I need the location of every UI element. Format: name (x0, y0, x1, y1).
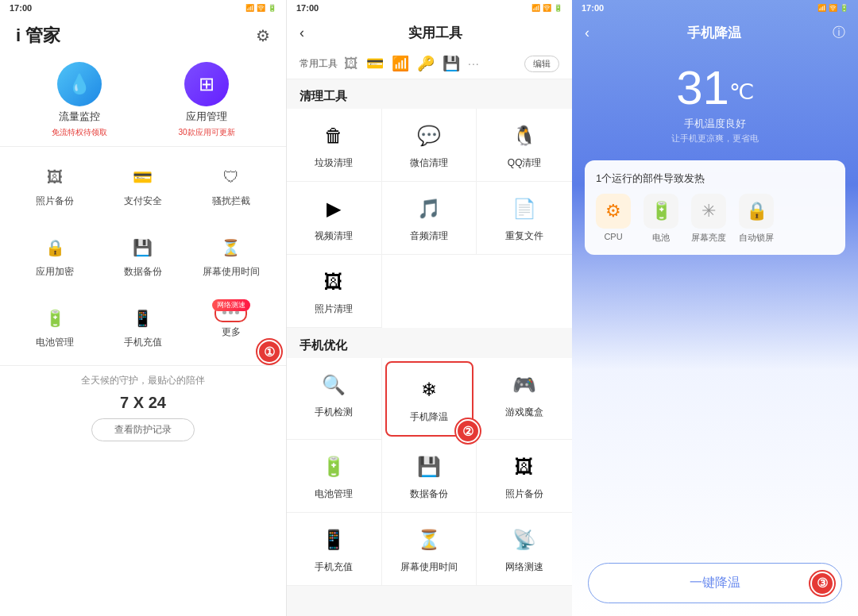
time-2: 17:00 (296, 3, 319, 13)
temp-number: 31 (676, 61, 729, 114)
panel-tools: 17:00 📶 🛜 🔋 ‹ 实用工具 常用工具 🖼 💳 📶 🔑 💾 ··· 编辑… (286, 0, 572, 616)
back-button-2[interactable]: ‹ (300, 25, 304, 41)
autolock-label: 自动锁屏 (739, 232, 774, 244)
payment-security-item[interactable]: 💳 支付安全 (101, 156, 186, 214)
photo-backup-item2[interactable]: 🖼 照片备份 (477, 440, 572, 513)
phone-recharge-item[interactable]: 📱 手机充值 (101, 298, 186, 356)
heat-item-battery[interactable]: 🔋 电池 (644, 194, 678, 244)
recharge-label2: 手机充值 (315, 560, 353, 574)
settings-icon[interactable]: ⚙ (256, 26, 270, 45)
brightness-label: 屏幕亮度 (691, 232, 726, 244)
spam-block-item[interactable]: 🛡 骚扰拦截 (188, 156, 273, 214)
bottom-action: 一键降温 ③ (572, 550, 858, 616)
phone-check-item[interactable]: 🔍 手机检测 (287, 358, 382, 440)
step3-wrapper: 一键降温 ③ (588, 563, 842, 603)
dup-file-item[interactable]: 📄 重复文件 (477, 182, 572, 255)
battery-icon: 🔋 (268, 4, 276, 12)
photo-clean-item[interactable]: 🖼 照片清理 (287, 255, 382, 328)
battery-icon-2: 🔋 (554, 4, 562, 12)
data-backup-item[interactable]: 💾 数据备份 (101, 227, 186, 285)
traffic-monitor-sublabel: 免流特权待领取 (52, 127, 107, 138)
battery-heat-icon: 🔋 (644, 194, 678, 229)
screen-time-icon2: ⏳ (413, 524, 445, 556)
screen-time-item[interactable]: ⏳ 屏幕使用时间 (188, 227, 273, 285)
data-backup-item2[interactable]: 💾 数据备份 (382, 440, 477, 513)
trash-clean-label: 垃圾清理 (315, 156, 353, 170)
bottom-slogan: 全天候的守护，最贴心的陪伴 (0, 369, 286, 392)
battery-icon-3: 🔋 (840, 4, 848, 12)
phone-recharge-icon: 📱 (129, 304, 157, 333)
qq-clean-item[interactable]: 🐧 QQ清理 (477, 109, 572, 182)
dup-file-label: 重复文件 (505, 229, 543, 243)
traffic-monitor-label: 流量监控 (59, 110, 100, 124)
status-icons-3: 📶 🛜 🔋 (817, 4, 848, 12)
phone-check-label: 手机检测 (315, 406, 353, 419)
net-speed-item2[interactable]: 📡 网络测速 (477, 513, 572, 586)
one-click-cool-button[interactable]: 一键降温 (588, 563, 842, 603)
data-backup-icon: 💾 (129, 233, 157, 262)
signal-icon-3: 📶 (817, 4, 826, 12)
temp-value-row: 31℃ (572, 64, 858, 112)
battery-manage-item[interactable]: 🔋 电池管理 (13, 298, 98, 356)
app-manage-label: 应用管理 (186, 110, 227, 124)
dup-file-icon: 📄 (508, 193, 540, 225)
wifi-icon: 🛜 (257, 4, 265, 12)
more-card[interactable]: 网络测速 (214, 304, 247, 322)
cool-header: ‹ 手机降温 ⓘ (572, 16, 858, 48)
step3-badge: ③ (810, 572, 834, 595)
recharge-item2[interactable]: 📱 手机充值 (287, 513, 382, 586)
back-button-3[interactable]: ‹ (585, 25, 589, 41)
optimize-tools-grid: 🔍 手机检测 ❄ 手机降温 ② 🎮 游戏魔盒 🔋 电池管理 💾 数据备份 (287, 358, 572, 586)
battery-manage-label2: 电池管理 (315, 487, 353, 501)
battery-manage-icon: 🔋 (41, 304, 69, 333)
battery-manage-item2[interactable]: 🔋 电池管理 (287, 440, 382, 513)
section-title-optimize: 手机优化 (287, 329, 572, 358)
audio-clean-icon: 🎵 (413, 193, 445, 225)
screen-time-item2[interactable]: ⏳ 屏幕使用时间 (382, 513, 477, 586)
photo-backup-item[interactable]: 🖼 照片备份 (13, 156, 98, 214)
panel-cool: 17:00 📶 🛜 🔋 ‹ 手机降温 ⓘ 31℃ 手机温度良好 让手机更凉爽，更… (572, 0, 858, 616)
info-icon[interactable]: ⓘ (833, 25, 845, 41)
heat-item-brightness[interactable]: ✳ 屏幕亮度 (691, 194, 726, 244)
common-icon-lock: 🔑 (417, 55, 435, 72)
common-tools-label: 常用工具 (300, 57, 338, 71)
common-icon-pay: 💳 (366, 55, 384, 72)
more-dots-horizontal: ··· (468, 57, 480, 70)
temp-sub: 让手机更凉爽，更省电 (572, 133, 858, 144)
app-manage-item[interactable]: ⊞ 应用管理 30款应用可更新 (159, 62, 254, 138)
top-icons-row: 💧 流量监控 免流特权待领取 ⊞ 应用管理 30款应用可更新 (0, 54, 286, 143)
traffic-monitor-item[interactable]: 💧 流量监控 免流特权待领取 (32, 62, 127, 138)
video-clean-label: 视频清理 (315, 229, 353, 243)
service-hours: 7 X 24 (0, 392, 286, 414)
video-clean-item[interactable]: ▶ 视频清理 (287, 182, 382, 255)
heat-section: 1个运行的部件导致发热 ⚙ CPU 🔋 电池 ✳ 屏幕亮度 🔒 自动锁屏 (585, 160, 845, 255)
net-speed-label2: 网络测速 (505, 560, 543, 574)
traffic-monitor-icon: 💧 (57, 62, 102, 106)
game-box-item[interactable]: 🎮 游戏魔盒 (477, 358, 572, 440)
more-item[interactable]: 网络测速 更多 ① (188, 298, 273, 356)
heat-item-cpu[interactable]: ⚙ CPU (596, 194, 631, 244)
status-bar-3: 17:00 📶 🛜 🔋 (572, 0, 858, 16)
check-record-button[interactable]: 查看防护记录 (91, 418, 195, 441)
cpu-icon: ⚙ (596, 194, 631, 229)
cool-btn-label: 一键降温 (690, 575, 740, 591)
tools-page-title: 实用工具 (311, 24, 559, 42)
recharge-icon2: 📱 (318, 524, 350, 556)
trash-clean-item[interactable]: 🗑 垃圾清理 (287, 109, 382, 182)
status-bar-2: 17:00 📶 🛜 🔋 (287, 0, 572, 16)
section-title-clean: 清理工具 (287, 79, 572, 109)
qq-clean-icon: 🐧 (508, 120, 540, 152)
trash-clean-icon: 🗑 (318, 120, 350, 152)
edit-button[interactable]: 编辑 (524, 56, 559, 72)
phone-cool-item[interactable]: ❄ 手机降温 ② (385, 361, 474, 437)
step2-number: ② (456, 419, 480, 443)
audio-clean-item[interactable]: 🎵 音频清理 (382, 182, 477, 255)
payment-security-label: 支付安全 (124, 194, 162, 208)
wechat-clean-item[interactable]: 💬 微信清理 (382, 109, 477, 182)
heat-item-autolock[interactable]: 🔒 自动锁屏 (739, 194, 774, 244)
temp-unit: ℃ (729, 79, 754, 104)
app-manage-icon: ⊞ (184, 62, 229, 106)
app-lock-item[interactable]: 🔒 应用加密 (13, 227, 98, 285)
temp-status: 手机温度良好 (572, 117, 858, 131)
common-tools-bar: 常用工具 🖼 💳 📶 🔑 💾 ··· 编辑 (287, 48, 572, 79)
